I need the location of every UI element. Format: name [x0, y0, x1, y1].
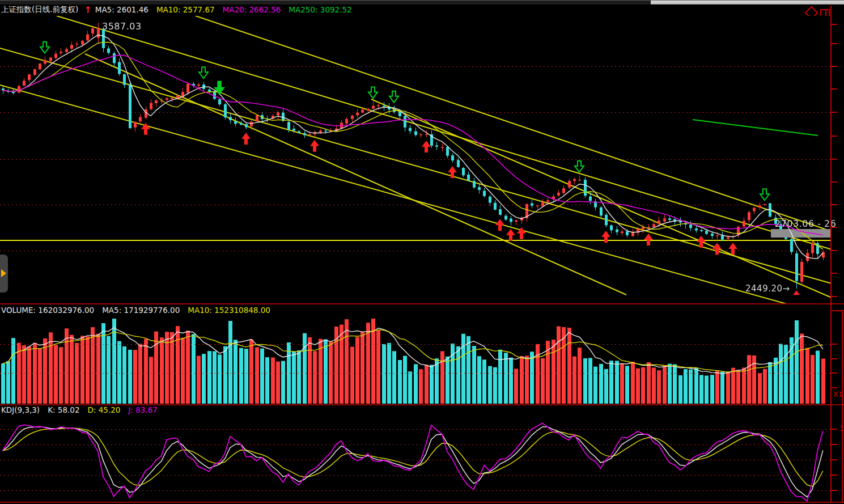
volume-ma5-readout: MA5: 171929776.00	[102, 306, 180, 315]
bottom-border	[0, 502, 844, 503]
expander-arrow-icon	[1, 269, 6, 277]
kdj-k-readout: K: 58.02	[48, 405, 79, 414]
volume-axis-multiplier-label: X1	[833, 390, 843, 399]
kdj-d-readout: D: 45.20	[87, 405, 120, 414]
main-chart-header: 上证指数(日线.前复权) ↑ MA5: 2601.46 MA10: 2577.6…	[1, 4, 360, 15]
kdj-chart-canvas[interactable]	[0, 415, 844, 502]
price-chart-canvas[interactable]	[0, 16, 844, 304]
volume-chart-canvas[interactable]	[0, 315, 844, 404]
period-high-label: 3587.03	[102, 21, 142, 32]
ma20-readout: MA20: 2662.56	[223, 5, 281, 14]
up-arrow-icon: ↑	[84, 5, 91, 15]
volume-readout: VOLUME: 162032976.00	[1, 306, 94, 315]
kdj-axis-label: 1	[839, 424, 844, 433]
kdj-j-readout: J: 83.67	[128, 405, 157, 414]
ma5-readout: MA5: 2601.46	[95, 5, 149, 14]
ma250-readout: MA250: 3092.52	[289, 5, 351, 14]
subpane-frame-line	[842, 311, 843, 502]
panel-expander-tab[interactable]	[0, 255, 8, 293]
instrument-title: 上证指数(日线.前复权)	[1, 5, 78, 15]
volume-header: VOLUME: 162032976.00 MA5: 171929776.00 M…	[1, 304, 278, 316]
ma10-readout: MA10: 2577.67	[156, 5, 215, 14]
scrollbar-thumb[interactable]	[651, 1, 844, 5]
price-axis-line	[830, 6, 832, 502]
gap-zone-label: 2703.06 - 26	[775, 218, 836, 229]
volume-ma10-readout: MA10: 152310848.00	[188, 306, 270, 315]
kdj-name: KDJ(9,3,3)	[1, 405, 40, 414]
period-low-label: 2449.20→	[745, 283, 790, 294]
kdj-header: KDJ(9,3,3) K: 58.02 D: 45.20 J: 83.67	[1, 404, 166, 416]
